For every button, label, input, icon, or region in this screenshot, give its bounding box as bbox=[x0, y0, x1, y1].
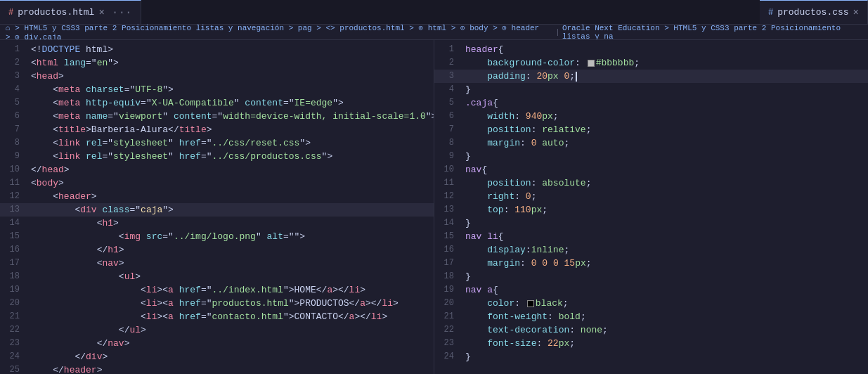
code-line: 6 width: 940px; bbox=[434, 110, 868, 123]
code-line: 10 </head> bbox=[0, 163, 434, 176]
code-line: 14 <h1> bbox=[0, 217, 434, 230]
code-line: 14 } bbox=[434, 217, 868, 230]
tab-css-close[interactable]: × bbox=[853, 7, 859, 18]
code-line: 17 margin: 0 0 0 15px; bbox=[434, 257, 868, 270]
editors-container: 1 <!DOCTYPE html> 2 <html lang="en"> 3 <… bbox=[0, 40, 868, 374]
code-line: 8 <link rel="stylesheet" href="../css/re… bbox=[0, 136, 434, 150]
code-line: 24 </div> bbox=[0, 350, 434, 363]
code-line: 4 } bbox=[434, 83, 868, 96]
code-line: 15 nav li{ bbox=[434, 230, 868, 243]
code-line: 4 <meta charset="UTF-8"> bbox=[0, 83, 434, 96]
tab-css-label: productos.css bbox=[777, 7, 848, 18]
code-line-active: 13 <div class="caja"> bbox=[0, 203, 434, 217]
html-editor-pane: 1 <!DOCTYPE html> 2 <html lang="en"> 3 <… bbox=[0, 40, 434, 374]
code-line: 1 header{ bbox=[434, 43, 868, 56]
code-line: 2 <html lang="en"> bbox=[0, 56, 434, 70]
code-line: 20 <li><a href="productos.html">PRODUCTO… bbox=[0, 297, 434, 310]
breadcrumb: ⌂ > HTML5 y CSS3 parte 2 Posicionamiento… bbox=[0, 25, 868, 40]
code-line: 23 </nav> bbox=[0, 337, 434, 350]
code-line: 16 </h1> bbox=[0, 243, 434, 257]
code-line: 24 } bbox=[434, 350, 868, 363]
code-line: 19 nav a{ bbox=[434, 283, 868, 297]
css-editor-pane: 1 header{ 2 background-color: #bbbbbb; 3… bbox=[434, 40, 868, 374]
code-line: 16 display:inline; bbox=[434, 243, 868, 257]
tab-bar: # productos.html × ··· # productos.css × bbox=[0, 0, 868, 25]
breadcrumb-right: Oracle Next Education > HTML5 y CSS3 par… bbox=[562, 25, 862, 40]
code-line: 7 <title>Barberia-Alura</title> bbox=[0, 123, 434, 136]
code-line: 6 <meta name="viewport" content="width=d… bbox=[0, 110, 434, 123]
code-line: 9 <link rel="stylesheet" href="../css/pr… bbox=[0, 150, 434, 163]
code-line: 25 </header> bbox=[0, 363, 434, 374]
code-line: 21 font-weight: bold; bbox=[434, 310, 868, 323]
code-line: 12 right: 0; bbox=[434, 190, 868, 203]
code-line: 18 <ul> bbox=[0, 270, 434, 283]
code-line: 5 <meta http-equiv="X-UA-Compatible" con… bbox=[0, 96, 434, 110]
code-line: 2 background-color: #bbbbbb; bbox=[434, 56, 868, 70]
tab-html-close[interactable]: × bbox=[98, 7, 104, 18]
html-file-icon: # bbox=[8, 8, 13, 18]
code-line: 5 .caja{ bbox=[434, 96, 868, 110]
html-code-area[interactable]: 1 <!DOCTYPE html> 2 <html lang="en"> 3 <… bbox=[0, 40, 434, 374]
tab-html[interactable]: # productos.html × ··· bbox=[0, 0, 141, 24]
code-line-active: 3 padding: 20px 0; bbox=[434, 70, 868, 83]
code-line: 15 <img src="../img/logo.png" alt=""> bbox=[0, 230, 434, 243]
tab-css[interactable]: # productos.css × bbox=[760, 0, 868, 24]
code-line: 22 text-decoration: none; bbox=[434, 323, 868, 337]
code-line: 1 <!DOCTYPE html> bbox=[0, 43, 434, 56]
code-line: 18 } bbox=[434, 270, 868, 283]
tab-more-options[interactable]: ··· bbox=[112, 6, 132, 19]
code-line: 3 <head> bbox=[0, 70, 434, 83]
code-line: 10 nav{ bbox=[434, 163, 868, 176]
code-line: 11 position: absolute; bbox=[434, 176, 868, 190]
css-code-area[interactable]: 1 header{ 2 background-color: #bbbbbb; 3… bbox=[434, 40, 868, 374]
code-line: 8 margin: 0 auto; bbox=[434, 136, 868, 150]
code-line: 17 <nav> bbox=[0, 257, 434, 270]
code-line: 13 top: 110px; bbox=[434, 203, 868, 217]
code-line: 19 <li><a href="../index.html">HOME</a><… bbox=[0, 283, 434, 297]
css-file-icon: # bbox=[768, 8, 773, 18]
code-line: 9 } bbox=[434, 150, 868, 163]
code-line: 11 <body> bbox=[0, 176, 434, 190]
code-line: 22 </ul> bbox=[0, 323, 434, 337]
breadcrumb-left: ⌂ > HTML5 y CSS3 parte 2 Posicionamiento… bbox=[6, 25, 539, 40]
tab-html-label: productos.html bbox=[18, 7, 94, 18]
code-line: 21 <li><a href="contacto.html">CONTACTO<… bbox=[0, 310, 434, 323]
code-line: 23 font-size: 22px; bbox=[434, 337, 868, 350]
code-line: 12 <header> bbox=[0, 190, 434, 203]
code-line: 20 color: black; bbox=[434, 297, 868, 310]
code-line: 7 position: relative; bbox=[434, 123, 868, 136]
